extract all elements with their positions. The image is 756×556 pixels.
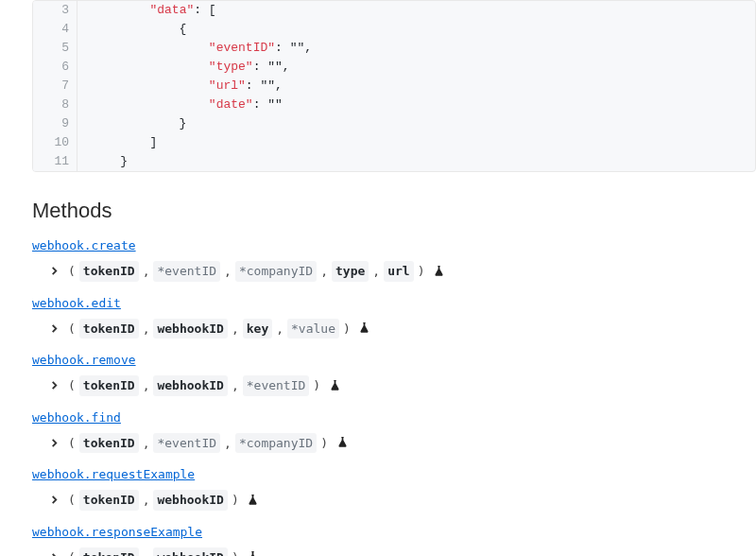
method-signature: (tokenID,webhookID,*eventID) [47, 375, 756, 396]
line-number: 10 [33, 133, 77, 152]
comma: , [224, 434, 232, 453]
comma: , [372, 262, 380, 281]
comma: , [276, 320, 284, 339]
method-link[interactable]: webhook.remove [32, 353, 136, 367]
method-signature: (tokenID,webhookID) [47, 547, 756, 557]
method-param: *value [287, 319, 339, 339]
flask-icon[interactable] [335, 436, 349, 449]
method-param: type [332, 261, 369, 282]
chevron-right-icon[interactable] [47, 494, 60, 507]
code-line: 8 "date": "" [33, 96, 755, 114]
methods-heading: Methods [32, 195, 756, 226]
code-content: } [77, 152, 128, 171]
close-paren: ) [232, 548, 239, 557]
method-param: url [384, 261, 413, 282]
method: webhook.find(tokenID,*eventID,*companyID… [32, 408, 756, 454]
comma: , [143, 491, 150, 510]
open-paren: ( [68, 320, 76, 339]
method-param: *eventID [243, 375, 310, 396]
method-link[interactable]: webhook.find [32, 410, 121, 425]
line-number: 11 [33, 152, 77, 171]
comma: , [143, 548, 150, 557]
method-param: *companyID [235, 433, 317, 454]
open-paren: ( [68, 434, 76, 453]
flask-icon[interactable] [247, 550, 260, 556]
comma: , [320, 262, 328, 281]
chevron-right-icon[interactable] [47, 436, 60, 449]
comma: , [143, 320, 150, 339]
method-param: key [243, 319, 272, 339]
method: webhook.remove(tokenID,webhookID,*eventI… [32, 350, 756, 396]
method-signature: (tokenID,*eventID,*companyID) [47, 433, 756, 454]
line-number: 4 [33, 20, 77, 39]
method-param: webhookID [153, 490, 227, 511]
method-param: webhookID [153, 319, 227, 339]
close-paren: ) [232, 491, 239, 510]
code-line: 6 "type": "", [33, 58, 755, 77]
open-paren: ( [68, 262, 76, 281]
method-param: *eventID [153, 261, 220, 282]
code-line: 7 "url": "", [33, 77, 755, 96]
close-paren: ) [418, 262, 425, 281]
method-link[interactable]: webhook.create [32, 238, 136, 252]
code-line: 10 ] [33, 133, 755, 152]
method-signature: (tokenID,webhookID) [47, 490, 756, 511]
method-param: webhookID [153, 375, 227, 396]
code-content: { [77, 20, 186, 39]
code-content: } [77, 114, 186, 133]
code-content: "eventID": "", [77, 39, 312, 58]
flask-icon[interactable] [328, 379, 341, 392]
code-line: 4 { [33, 20, 755, 39]
comma: , [143, 434, 150, 453]
close-paren: ) [343, 320, 351, 339]
method-param: tokenID [79, 319, 139, 339]
method-param: tokenID [79, 547, 139, 557]
method-param: webhookID [153, 547, 227, 557]
method: webhook.requestExample(tokenID,webhookID… [32, 464, 756, 511]
line-number: 7 [33, 77, 77, 96]
comma: , [224, 262, 232, 281]
method-param: *companyID [235, 261, 317, 282]
open-paren: ( [68, 376, 76, 395]
method-param: *eventID [153, 433, 220, 454]
method-signature: (tokenID,webhookID,key,*value) [47, 319, 756, 339]
code-line: 3 "data": [ [33, 1, 755, 20]
method-link[interactable]: webhook.responseExample [32, 525, 202, 539]
chevron-right-icon[interactable] [47, 550, 60, 556]
open-paren: ( [68, 491, 76, 510]
code-line: 9 } [33, 114, 755, 133]
code-content: "url": "", [77, 77, 283, 96]
method-param: tokenID [79, 375, 139, 396]
open-paren: ( [68, 548, 76, 557]
method-link[interactable]: webhook.edit [32, 296, 121, 310]
code-line: 11 } [33, 152, 755, 171]
chevron-right-icon[interactable] [47, 321, 60, 335]
method-param: tokenID [79, 433, 139, 454]
comma: , [232, 320, 239, 339]
flask-icon[interactable] [247, 494, 260, 507]
code-content: "date": "" [77, 96, 283, 114]
line-number: 9 [33, 114, 77, 133]
line-number: 6 [33, 58, 77, 77]
code-line: 5 "eventID": "", [33, 39, 755, 58]
code-content: "type": "", [77, 58, 290, 77]
flask-icon[interactable] [358, 321, 371, 335]
chevron-right-icon[interactable] [47, 265, 60, 278]
close-paren: ) [313, 376, 320, 395]
line-number: 3 [33, 1, 77, 20]
line-number: 5 [33, 39, 77, 58]
code-content: ] [77, 133, 157, 152]
method-link[interactable]: webhook.requestExample [32, 467, 195, 481]
method: webhook.responseExample(tokenID,webhookI… [32, 522, 756, 557]
method-signature: (tokenID,*eventID,*companyID,type,url) [47, 261, 756, 282]
comma: , [143, 262, 150, 281]
code-block: 3 "data": [4 {5 "eventID": "",6 "type": … [32, 0, 756, 172]
code-content: "data": [ [77, 1, 216, 20]
close-paren: ) [320, 434, 328, 453]
chevron-right-icon[interactable] [47, 379, 60, 392]
comma: , [143, 376, 150, 395]
flask-icon[interactable] [432, 265, 445, 278]
comma: , [232, 376, 239, 395]
line-number: 8 [33, 96, 77, 114]
method: webhook.create(tokenID,*eventID,*company… [32, 235, 756, 282]
